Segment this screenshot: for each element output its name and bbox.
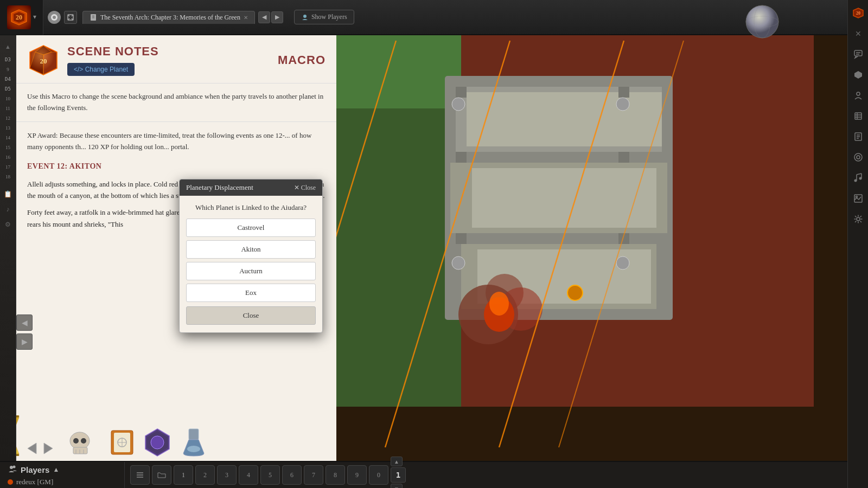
- scene-notes-title: SCENE NOTES: [67, 44, 159, 59]
- svg-rect-13: [618, 152, 629, 163]
- player-status-dot: [8, 479, 13, 485]
- macro-slot-folder[interactable]: [152, 465, 171, 485]
- macro-label: MACRO: [278, 53, 326, 67]
- svg-point-62: [73, 438, 79, 444]
- right-icon-music[interactable]: [851, 170, 866, 185]
- right-icon-scenes[interactable]: [851, 191, 866, 206]
- change-planet-button[interactable]: </> Change Planet: [67, 63, 135, 76]
- combat-down[interactable]: ▼: [391, 484, 403, 488]
- player-entry: redeux [GM]: [8, 478, 59, 486]
- left-sidebar: ▲ D3 9 D4 D5 10 11 12 13 14 15 16 17 18 …: [0, 35, 16, 461]
- svg-point-106: [857, 217, 860, 221]
- right-icon-close[interactable]: ✕: [851, 26, 866, 41]
- show-players-button[interactable]: Show Players: [294, 10, 354, 24]
- scene-tab-label: The Seventh Arch: Chapter 3: Memories of…: [100, 14, 240, 22]
- scene-tab[interactable]: The Seventh Arch: Chapter 3: Memories of…: [82, 11, 255, 24]
- planet-displacement-dialog: Planetary Displacement ✕ Close Which Pla…: [179, 179, 323, 333]
- svg-rect-84: [854, 50, 862, 56]
- planet-dialog-body: Which Planet is Linked to the Aiudara? C…: [180, 196, 322, 332]
- scene-fullscreen[interactable]: [64, 11, 77, 24]
- bottom-bar: Players ▲ redeux [GM] 1 2 3 4: [0, 461, 868, 488]
- svg-marker-58: [28, 443, 36, 454]
- macro-slot-menu[interactable]: [130, 465, 150, 485]
- svg-marker-87: [854, 71, 862, 79]
- scene-nav-previous[interactable]: ◀: [16, 314, 33, 331]
- event-title: EVENT 12: AKITON: [27, 160, 326, 172]
- sidebar-item-11: 11: [5, 106, 10, 111]
- scene-nav-right[interactable]: ▶: [271, 11, 283, 23]
- svg-text:20: 20: [16, 14, 22, 21]
- sidebar-item-13: 13: [5, 125, 10, 131]
- svg-marker-59: [44, 443, 53, 454]
- svg-point-23: [567, 285, 583, 300]
- macro-slot-1[interactable]: 1: [174, 465, 193, 485]
- scene-circle-1[interactable]: [48, 11, 61, 24]
- planet-dialog-header: Planetary Displacement ✕ Close: [180, 179, 322, 196]
- combat-up[interactable]: ▲: [391, 457, 403, 466]
- macro-slot-7[interactable]: 7: [304, 465, 323, 485]
- dropdown-arrow[interactable]: ▾: [33, 13, 36, 21]
- combat-controls: ▲ 1 ▼: [391, 457, 406, 488]
- right-sidebar: 20 ✕: [847, 0, 868, 488]
- planet-option-eox[interactable]: Eox: [186, 284, 316, 302]
- sidebar-item-10: 10: [5, 96, 10, 101]
- svg-text:20: 20: [40, 57, 47, 65]
- globe-decoration: [743, 3, 781, 43]
- skull-decoration: [65, 429, 95, 461]
- combat-round: 1: [391, 467, 406, 483]
- planet-close-button[interactable]: Close: [186, 306, 316, 325]
- arrow-left-decoration[interactable]: [24, 441, 40, 458]
- svg-rect-61: [73, 447, 87, 454]
- macro-slot-0[interactable]: 0: [369, 465, 388, 485]
- macro-slot-5[interactable]: 5: [260, 465, 280, 485]
- arrow-right-decoration[interactable]: [41, 441, 56, 458]
- svg-text:20: 20: [856, 11, 860, 16]
- sidebar-item-18: 18: [5, 174, 10, 179]
- svg-point-22: [616, 256, 629, 269]
- svg-rect-14: [456, 233, 467, 244]
- planet-option-castrovel[interactable]: Castrovel: [186, 219, 316, 237]
- tool-notes[interactable]: 📋: [2, 188, 14, 200]
- planet-option-aucturn[interactable]: Aucturn: [186, 262, 316, 280]
- sidebar-item-d3: D3: [5, 57, 11, 62]
- right-icon-items[interactable]: [851, 108, 866, 124]
- svg-point-78: [13, 465, 16, 468]
- tool-gear[interactable]: ⚙: [2, 219, 14, 230]
- macro-slot-9[interactable]: 9: [347, 465, 367, 485]
- svg-point-102: [854, 179, 857, 182]
- macro-slot-4[interactable]: 4: [239, 465, 258, 485]
- right-icon-combat[interactable]: [851, 67, 866, 82]
- logo-area: 20 ▾: [0, 0, 43, 35]
- scene-nav-left[interactable]: ◀: [258, 11, 270, 23]
- planet-dialog-title: Planetary Displacement: [186, 183, 253, 192]
- sidebar-item-16: 16: [5, 155, 10, 160]
- flask-decoration: [179, 426, 209, 461]
- right-icon-dice[interactable]: 20: [851, 5, 866, 21]
- players-label: Players ▲: [8, 464, 59, 476]
- svg-point-21: [452, 256, 465, 269]
- right-icon-actors[interactable]: [851, 88, 866, 103]
- svg-rect-10: [456, 87, 467, 98]
- macro-slot-2[interactable]: 2: [195, 465, 215, 485]
- svg-rect-11: [618, 87, 629, 98]
- macro-slot-3[interactable]: 3: [217, 465, 237, 485]
- macro-slot-8[interactable]: 8: [326, 465, 345, 485]
- svg-point-105: [856, 196, 857, 198]
- sidebar-nav-up[interactable]: ▲: [2, 41, 14, 53]
- scene-nav-next[interactable]: ▶: [16, 333, 33, 350]
- svg-rect-15: [618, 233, 629, 244]
- svg-rect-7: [467, 92, 662, 146]
- macro-deck: 1 2 3 4 5 6 7 8 9 0 ▲ 1 ▼: [125, 462, 411, 488]
- players-chevron[interactable]: ▲: [53, 466, 59, 473]
- right-icon-settings[interactable]: [851, 211, 866, 227]
- app-logo[interactable]: 20: [7, 5, 31, 29]
- right-icon-chat[interactable]: [851, 47, 866, 62]
- tool-music[interactable]: ♪: [2, 203, 14, 215]
- scene-tab-close[interactable]: ✕: [244, 15, 248, 21]
- svg-point-20: [616, 98, 629, 111]
- right-icon-journal[interactable]: [851, 129, 866, 144]
- right-icon-tables[interactable]: [851, 150, 866, 165]
- planet-option-akiton[interactable]: Akiton: [186, 240, 316, 259]
- planet-dialog-close-button[interactable]: ✕ Close: [294, 184, 316, 192]
- macro-slot-6[interactable]: 6: [282, 465, 302, 485]
